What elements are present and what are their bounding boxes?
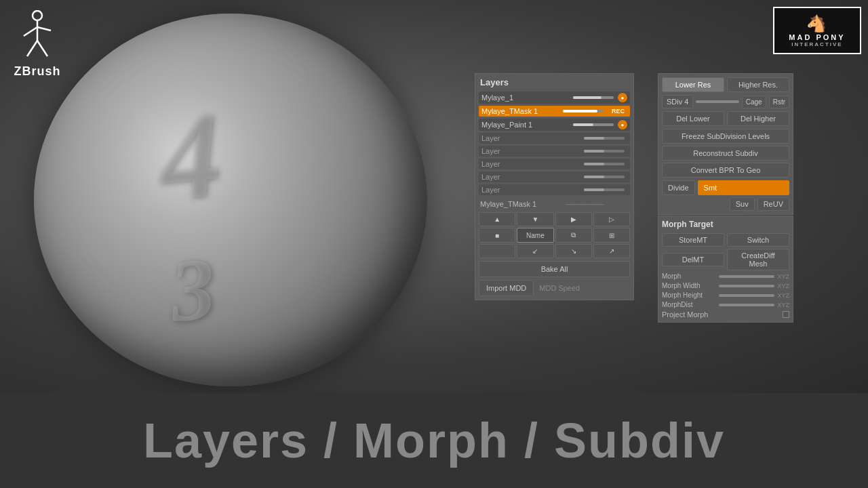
- import-row: Import MDD MDD Speed: [479, 280, 630, 296]
- morph-height-slider[interactable]: [719, 294, 774, 297]
- layer-name-dim: Layer: [481, 186, 581, 194]
- layer-slider[interactable]: [573, 123, 614, 126]
- del-higher-button[interactable]: Del Higher: [727, 111, 789, 126]
- madpony-sub: INTERACTIVE: [791, 41, 842, 47]
- layer-name-dim: Layer: [481, 147, 581, 155]
- layer-right1-button[interactable]: ▶: [555, 212, 592, 226]
- layer-slider[interactable]: [573, 96, 614, 99]
- sdiv-row: SDiv 4 Cage Rstr: [662, 95, 789, 108]
- selected-layer-name: Mylaye_TMask 1: [480, 200, 536, 208]
- create-diff-button[interactable]: CreateDiff Mesh: [727, 249, 789, 270]
- divide-row: Divide Smt: [662, 180, 789, 195]
- layer-item-active[interactable]: Mylaye_TMask 1 REC: [479, 106, 630, 117]
- layer-grid-button[interactable]: ⊞: [593, 228, 630, 243]
- layers-panel: Layers Mylaye_1 ● Mylaye_TMask 1 REC Myl…: [475, 73, 634, 300]
- layer-item-dim[interactable]: Layer: [479, 171, 630, 182]
- layer-name-active: Mylaye_TMask 1: [481, 107, 560, 115]
- layer-controls-row2: ■ Name ⧉ ⊞: [479, 228, 630, 243]
- divide-button[interactable]: Divide: [662, 180, 695, 195]
- morph-height-xyz: XYZ: [777, 292, 789, 299]
- morph-width-slider[interactable]: [719, 285, 774, 287]
- del-create-row: DelMT CreateDiff Mesh: [662, 249, 789, 270]
- bottom-bar: Layers / Morph / Subdiv: [0, 393, 868, 488]
- layer-copy-button[interactable]: ⧉: [555, 228, 592, 243]
- layer-slider-dim[interactable]: [584, 176, 625, 178]
- layer-square-button[interactable]: ■: [479, 228, 515, 243]
- svg-line-3: [37, 27, 51, 30]
- layer-slider-dim[interactable]: [584, 188, 625, 191]
- layer-item-dim[interactable]: Layer: [479, 184, 630, 195]
- reuv-button[interactable]: ReUV: [757, 197, 789, 211]
- reconstruct-subdiv-button[interactable]: Reconstruct Subdiv: [662, 146, 789, 161]
- sphere: 432: [34, 14, 427, 386]
- morph-width-xyz: XYZ: [777, 283, 789, 289]
- layer-slider-active[interactable]: [563, 110, 604, 113]
- horse-icon: 🐴: [806, 14, 828, 33]
- layer-slider-dim[interactable]: [584, 150, 625, 152]
- sdiv-slider[interactable]: [696, 100, 738, 103]
- svg-line-2: [24, 27, 37, 36]
- layer-slider-dim[interactable]: [584, 137, 625, 140]
- layer-btn4[interactable]: ↗: [593, 244, 630, 258]
- madpony-title: MAD PONY: [789, 33, 845, 41]
- suv-button[interactable]: Suv: [730, 197, 755, 211]
- convert-bpr-button[interactable]: Convert BPR To Geo: [662, 163, 789, 178]
- madpony-logo: 🐴 MAD PONY INTERACTIVE: [773, 7, 861, 54]
- layer-name: Mylaye_1: [481, 94, 570, 102]
- morph-dist-slider[interactable]: [719, 304, 774, 306]
- morph-height-label: Morph Height: [662, 291, 716, 299]
- zbrush-brand: ZBrush: [14, 64, 61, 79]
- layer-slider-dim[interactable]: [584, 163, 625, 165]
- layer-down-button[interactable]: ▼: [517, 212, 553, 226]
- layer-btn2[interactable]: ↙: [517, 244, 553, 258]
- zbrush-logo: ZBrush: [14, 10, 61, 79]
- project-morph-row: Project Morph: [662, 310, 789, 319]
- svg-point-0: [33, 11, 42, 20]
- layer-name-dim: Layer: [481, 173, 581, 181]
- bake-all-button[interactable]: Bake All: [479, 261, 630, 277]
- lower-res-button[interactable]: Lower Res: [662, 77, 724, 92]
- import-mdd-button[interactable]: Import MDD: [479, 280, 534, 296]
- morph-slider-row: Morph XYZ: [662, 272, 789, 280]
- layer-item-dim[interactable]: Layer: [479, 159, 630, 169]
- morph-dist-row: MorphDist XYZ: [662, 301, 789, 308]
- layer-icon: ●: [618, 93, 627, 102]
- viewport: ZBrush 🐴 MAD PONY INTERACTIVE 432 Layers…: [0, 0, 868, 393]
- sdiv-label[interactable]: SDiv 4: [662, 95, 693, 108]
- project-morph-checkbox[interactable]: [783, 311, 789, 318]
- suv-reuv-row: Suv ReUV: [662, 197, 789, 211]
- freeze-subdiv-button[interactable]: Freeze SubDivision Levels: [662, 129, 789, 144]
- bottom-title: Layers / Morph / Subdiv: [143, 413, 725, 468]
- layer-btn1[interactable]: [479, 244, 515, 258]
- morph-width-label: Morph Width: [662, 282, 716, 289]
- store-mt-button[interactable]: StoreMT: [662, 233, 724, 247]
- layer-right2-button[interactable]: ▷: [593, 212, 630, 226]
- layer-item[interactable]: Mylaye_Paint 1 ●: [479, 119, 630, 131]
- sphere-numbers: 432: [154, 93, 247, 393]
- layer-item-dim[interactable]: Layer: [479, 133, 630, 144]
- layer-name: Mylaye_Paint 1: [481, 121, 570, 129]
- cage-button[interactable]: Cage: [742, 96, 766, 108]
- morph-title: Morph Target: [662, 220, 789, 229]
- higher-res-button[interactable]: Higher Res.: [727, 77, 789, 92]
- layer-name-button[interactable]: Name: [517, 228, 553, 243]
- morph-slider[interactable]: [719, 275, 774, 278]
- morph-width-row: Morph Width XYZ: [662, 282, 789, 289]
- morph-dist-label: MorphDist: [662, 301, 716, 308]
- project-morph-label: Project Morph: [662, 310, 708, 319]
- smt-button[interactable]: Smt: [698, 180, 789, 195]
- layer-btn3[interactable]: ↘: [555, 244, 592, 258]
- rec-badge: REC: [609, 107, 627, 115]
- selected-layer-display: Mylaye_TMask 1 ────────: [479, 197, 630, 209]
- layer-up-button[interactable]: ▲: [479, 212, 515, 226]
- layer-item-dim[interactable]: Layer: [479, 146, 630, 157]
- svg-line-4: [27, 41, 37, 56]
- rstr-button[interactable]: Rstr: [769, 96, 789, 108]
- layer-name-dim: Layer: [481, 160, 581, 168]
- morph-height-row: Morph Height XYZ: [662, 291, 789, 299]
- del-lower-button[interactable]: Del Lower: [662, 111, 724, 126]
- subdiv-panel: Lower Res Higher Res. SDiv 4 Cage Rstr D…: [658, 73, 793, 215]
- del-mt-button[interactable]: DelMT: [662, 253, 724, 266]
- switch-button[interactable]: Switch: [727, 233, 789, 247]
- layer-item[interactable]: Mylaye_1 ●: [479, 92, 630, 104]
